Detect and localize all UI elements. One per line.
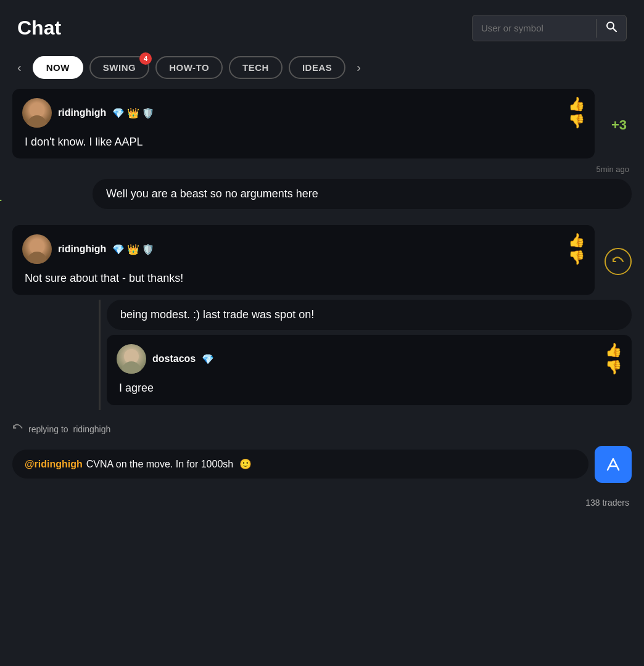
tab-tech[interactable]: TECH <box>229 56 283 79</box>
thread-indent: being modest. :) last trade was spot on!… <box>99 300 632 409</box>
badges-2: 💎 👑 🛡️ <box>112 244 154 255</box>
send-icon <box>605 456 621 472</box>
badge-shield-1: 🛡️ <box>142 107 154 119</box>
tab-howto[interactable]: HOW-TO <box>155 56 223 79</box>
badge-diamond-2: 💎 <box>112 244 125 255</box>
msg2-author-row: ridinghigh 💎 👑 🛡️ <box>22 234 154 264</box>
reply-bubble-1: Well you are a beast so no arguments her… <box>93 179 632 209</box>
vote-count-1: +3 <box>611 117 627 133</box>
thumbs-down-2[interactable]: 👎 <box>568 251 585 265</box>
message-card-2: ridinghigh 💎 👑 🛡️ 👍 👎 Not sure about tha… <box>12 225 595 295</box>
badge-diamond-dostacos: 💎 <box>202 353 214 365</box>
thumbs-down-dostacos[interactable]: 👎 <box>605 361 622 374</box>
avatar-dostacos <box>117 344 146 374</box>
badges-1: 💎 👑 🛡️ <box>112 107 154 119</box>
reply-arrow-icon <box>611 255 625 268</box>
thread-card-dostacos: dostacos 💎 👍 👎 I agree <box>107 335 632 405</box>
search-input[interactable] <box>473 17 596 39</box>
avatar-face-svg <box>22 98 52 128</box>
input-bar: @ridinghigh CVNA on the move. In for 100… <box>0 441 644 495</box>
timestamp-1: 5min ago <box>12 161 632 179</box>
reply-vote-count-1: +1 <box>0 189 2 204</box>
thumbs-up-2[interactable]: 👍 <box>568 234 585 247</box>
tabs-container: ‹ NOW SWING 4 HOW-TO TECH IDEAS › <box>0 51 644 89</box>
traders-count: 138 traders <box>0 495 644 515</box>
svg-line-1 <box>613 28 617 32</box>
thumbs-up-dostacos[interactable]: 👍 <box>605 343 622 357</box>
msg1-author-row: ridinghigh 💎 👑 🛡️ <box>22 98 154 128</box>
send-button[interactable] <box>595 446 632 483</box>
dostacos-author-row: dostacos 💎 <box>117 344 214 374</box>
svg-point-5 <box>27 252 47 264</box>
svg-point-7 <box>122 361 141 374</box>
vote-buttons-1: 👍 👎 <box>568 97 585 128</box>
chat-content: ridinghigh 💎 👑 🛡️ 👍 👎 I don't know. I li… <box>0 89 644 415</box>
tabs-next-arrow[interactable]: › <box>352 58 366 77</box>
badge-crown-1: 👑 <box>127 107 139 119</box>
username-ridinghigh-2: ridinghigh <box>58 244 106 255</box>
replying-to-label: replying to <box>28 424 68 434</box>
emoji-icon: 🙂 <box>239 458 252 470</box>
tabs-prev-arrow[interactable]: ‹ <box>12 58 27 77</box>
reply-icon-msg2[interactable] <box>605 248 632 275</box>
message-row-1: ridinghigh 💎 👑 🛡️ 👍 👎 I don't know. I li… <box>12 89 595 161</box>
vote-buttons-dostacos: 👍 👎 <box>605 343 622 374</box>
avatar-ridinghigh-1 <box>22 98 52 128</box>
avatar-face-svg-2 <box>22 234 52 264</box>
avatar-ridinghigh-2 <box>22 234 52 264</box>
msg1-header: ridinghigh 💎 👑 🛡️ 👍 👎 <box>22 97 585 128</box>
avatar-face-svg-3 <box>117 344 146 374</box>
search-box <box>472 15 627 41</box>
badge-crown-2: 👑 <box>127 244 139 255</box>
badge-diamond-1: 💎 <box>112 107 125 119</box>
message-input-display[interactable]: @ridinghigh CVNA on the move. In for 100… <box>12 450 588 479</box>
mention-text: @ridinghigh <box>25 459 83 470</box>
tab-ideas[interactable]: IDEAS <box>289 56 345 79</box>
badge-shield-2: 🛡️ <box>142 244 154 255</box>
username-dostacos: dostacos <box>152 353 196 364</box>
replying-to-icon <box>12 422 23 436</box>
header: Chat <box>0 0 644 51</box>
message-row-2: ridinghigh 💎 👑 🛡️ 👍 👎 Not sure about tha… <box>12 225 595 297</box>
msg2-text: Not sure about that - but thanks! <box>22 271 585 286</box>
message-card-1: ridinghigh 💎 👑 🛡️ 👍 👎 I don't know. I li… <box>12 89 595 158</box>
tab-swing[interactable]: SWING 4 <box>89 56 149 79</box>
svg-point-3 <box>27 115 47 128</box>
replying-to-username: ridinghigh <box>73 424 111 434</box>
dostacos-text: I agree <box>117 380 622 396</box>
dostacos-header: dostacos 💎 👍 👎 <box>117 343 622 374</box>
search-icon <box>605 20 617 33</box>
replying-to-bar: replying to ridinghigh <box>0 415 644 441</box>
page-title: Chat <box>17 17 61 39</box>
thumbs-down-1[interactable]: 👎 <box>568 115 585 128</box>
input-rest-text: CVNA on the move. In for 1000sh <box>86 459 233 470</box>
vote-buttons-2: 👍 👎 <box>568 234 585 265</box>
swing-badge: 4 <box>139 52 152 65</box>
thread-reply-plain: being modest. :) last trade was spot on! <box>107 300 632 330</box>
tab-now[interactable]: NOW <box>33 56 83 79</box>
search-button[interactable] <box>597 15 626 41</box>
thumbs-up-1[interactable]: 👍 <box>568 97 585 111</box>
msg2-header: ridinghigh 💎 👑 🛡️ 👍 👎 <box>22 234 585 265</box>
username-ridinghigh-1: ridinghigh <box>58 107 106 118</box>
reply-small-icon <box>12 422 23 434</box>
reply-text-1: Well you are a beast so no arguments her… <box>106 187 318 200</box>
msg1-text: I don't know. I like AAPL <box>22 134 585 150</box>
thread-reply-text-1: being modest. :) last trade was spot on! <box>120 308 314 321</box>
reply-row-1: +1 Well you are a beast so no arguments … <box>12 179 632 214</box>
badges-dostacos: 💎 <box>202 353 214 365</box>
